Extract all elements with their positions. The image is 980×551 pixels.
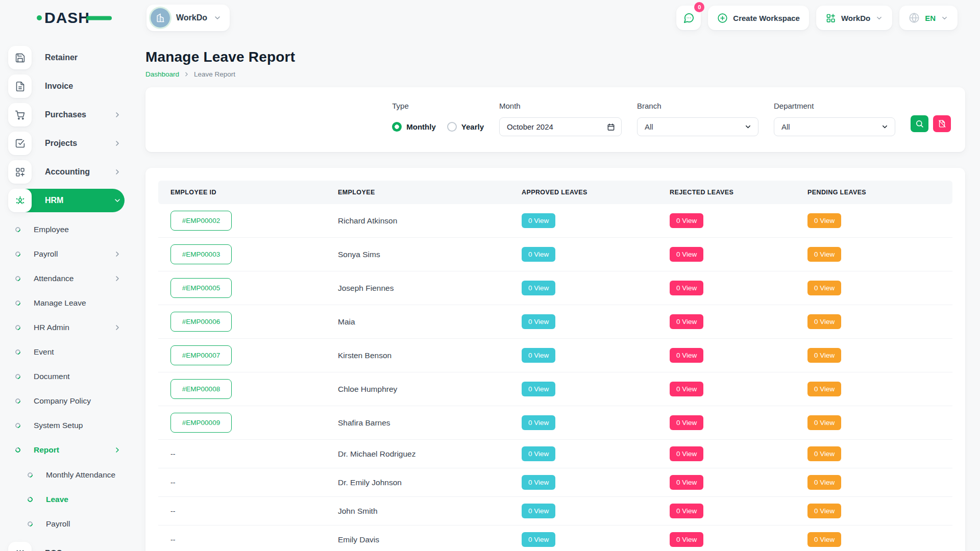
employee-name: Maia <box>338 317 355 326</box>
create-workspace-label: Create Workspace <box>733 14 800 22</box>
sidebar-item-label: Document <box>34 372 70 381</box>
sidebar-item-employee[interactable]: Employee <box>8 222 125 237</box>
pending-leaves-view-button[interactable]: 0 View <box>807 415 841 430</box>
approved-leaves-view-button[interactable]: 0 View <box>522 475 555 490</box>
workspace-selector[interactable]: WorkDo <box>146 5 230 31</box>
employee-id-badge[interactable]: #EMP00002 <box>170 211 232 231</box>
chevron-right-icon <box>113 323 121 332</box>
breadcrumb-dashboard-link[interactable]: Dashboard <box>145 70 179 78</box>
employee-id-badge[interactable]: #EMP00007 <box>170 345 232 365</box>
brand-logo[interactable]: DASH <box>36 7 122 29</box>
language-selector[interactable]: EN <box>899 6 958 30</box>
rejected-leaves-view-button[interactable]: 0 View <box>670 532 703 547</box>
workspace-name: WorkDo <box>176 13 207 22</box>
rejected-leaves-view-button[interactable]: 0 View <box>670 446 703 461</box>
bullet-icon <box>14 446 21 454</box>
sidebar-item-projects[interactable]: Projects <box>8 132 125 155</box>
approved-leaves-view-button[interactable]: 0 View <box>522 247 555 262</box>
sidebar-item-company-policy[interactable]: Company Policy <box>8 394 125 408</box>
reset-filter-button[interactable] <box>933 115 951 132</box>
rejected-leaves-view-button[interactable]: 0 View <box>670 247 703 262</box>
employee-id-badge[interactable]: #EMP00006 <box>170 312 232 332</box>
sidebar-item-retainer[interactable]: Retainer <box>8 46 125 69</box>
rejected-leaves-view-button[interactable]: 0 View <box>670 504 703 518</box>
rejected-leaves-view-button[interactable]: 0 View <box>670 475 703 490</box>
approved-leaves-view-button[interactable]: 0 View <box>522 382 555 396</box>
language-code: EN <box>925 14 936 22</box>
approved-leaves-view-button[interactable]: 0 View <box>522 314 555 329</box>
sidebar: RetainerInvoicePurchases Projects Accoun… <box>0 36 132 551</box>
rejected-leaves-view-button[interactable]: 0 View <box>670 382 703 396</box>
pending-leaves-view-button[interactable]: 0 View <box>807 348 841 363</box>
approved-leaves-view-button[interactable]: 0 View <box>522 415 555 430</box>
approved-leaves-view-button[interactable]: 0 View <box>522 532 555 547</box>
bullet-icon <box>14 275 21 282</box>
sidebar-item-invoice[interactable]: Invoice <box>8 74 125 98</box>
sidebar-item-label: Company Policy <box>34 396 91 406</box>
sidebar-item-document[interactable]: Document <box>8 369 125 384</box>
pending-leaves-view-button[interactable]: 0 View <box>807 281 841 295</box>
sidebar-item-hrm[interactable]: HRM <box>8 189 125 212</box>
department-select[interactable]: All <box>774 117 895 136</box>
table-row: #EMP00006Maia0 View0 View0 View <box>158 305 952 339</box>
invoice-icon-tile <box>8 74 32 98</box>
rejected-leaves-view-button[interactable]: 0 View <box>670 415 703 430</box>
sidebar-item-purchases[interactable]: Purchases <box>8 103 125 127</box>
sidebar-item-pos[interactable]: POS <box>8 542 125 551</box>
sidebar-item-system-setup[interactable]: System Setup <box>8 418 125 433</box>
apps-grid-icon <box>825 13 836 23</box>
messages-button[interactable]: 0 <box>676 6 701 30</box>
sidebar-item-hr-admin[interactable]: HR Admin <box>8 320 125 335</box>
cart-icon-tile <box>8 103 32 127</box>
apply-filter-button[interactable] <box>911 115 928 132</box>
radio-monthly[interactable]: Monthly <box>392 122 436 132</box>
pending-leaves-view-button[interactable]: 0 View <box>807 532 841 547</box>
pos-icon <box>15 548 26 551</box>
apps-menu-button[interactable]: WorkDo <box>816 6 892 30</box>
chevron-right-icon <box>113 111 121 119</box>
sidebar-item-payroll[interactable]: Payroll <box>8 517 125 531</box>
employee-id-empty: -- <box>170 507 175 515</box>
sidebar-item-payroll[interactable]: Payroll <box>8 247 125 261</box>
rejected-leaves-view-button[interactable]: 0 View <box>670 314 703 329</box>
approved-leaves-view-button[interactable]: 0 View <box>522 446 555 461</box>
rejected-leaves-view-button[interactable]: 0 View <box>670 281 703 295</box>
month-input[interactable]: October 2024 <box>499 117 622 136</box>
pending-leaves-view-button[interactable]: 0 View <box>807 213 841 228</box>
sidebar-item-event[interactable]: Event <box>8 345 125 359</box>
pending-leaves-view-button[interactable]: 0 View <box>807 247 841 262</box>
employee-id-badge[interactable]: #EMP00005 <box>170 278 232 298</box>
pending-leaves-view-button[interactable]: 0 View <box>807 446 841 461</box>
employee-id-badge[interactable]: #EMP00009 <box>170 413 232 433</box>
pending-leaves-view-button[interactable]: 0 View <box>807 475 841 490</box>
employee-id-badge[interactable]: #EMP00008 <box>170 379 232 399</box>
pending-leaves-view-button[interactable]: 0 View <box>807 504 841 518</box>
approved-leaves-view-button[interactable]: 0 View <box>522 281 555 295</box>
bullet-icon <box>27 471 34 479</box>
logo-text: DASH <box>44 9 90 26</box>
sidebar-item-report[interactable]: Report <box>8 443 125 457</box>
save-icon <box>15 53 26 63</box>
pending-leaves-view-button[interactable]: 0 View <box>807 382 841 396</box>
sidebar-item-attendance[interactable]: Attendance <box>8 271 125 286</box>
branch-select[interactable]: All <box>637 117 758 136</box>
rejected-leaves-view-button[interactable]: 0 View <box>670 213 703 228</box>
sidebar-item-leave[interactable]: Leave <box>8 493 125 506</box>
sidebar-item-manage-leave[interactable]: Manage Leave <box>8 296 125 310</box>
filter-actions <box>911 115 951 132</box>
chevron-down-icon <box>744 123 752 131</box>
sidebar-item-monthly-attendance[interactable]: Monthly Attendance <box>8 468 125 482</box>
employee-id-badge[interactable]: #EMP00003 <box>170 244 232 264</box>
radio-yearly[interactable]: Yearly <box>447 122 484 132</box>
approved-leaves-view-button[interactable]: 0 View <box>522 504 555 518</box>
topbar: DASH WorkDo 0 Create Workspace <box>0 0 980 36</box>
sidebar-item-accounting[interactable]: Accounting <box>8 160 125 184</box>
leave-report-table: EMPLOYEE IDEMPLOYEEAPPROVED LEAVESREJECT… <box>145 168 965 551</box>
pending-leaves-view-button[interactable]: 0 View <box>807 314 841 329</box>
approved-leaves-view-button[interactable]: 0 View <box>522 213 555 228</box>
invoice-icon <box>15 81 26 92</box>
create-workspace-button[interactable]: Create Workspace <box>708 6 809 30</box>
messages-count-badge: 0 <box>694 2 704 12</box>
rejected-leaves-view-button[interactable]: 0 View <box>670 348 703 363</box>
approved-leaves-view-button[interactable]: 0 View <box>522 348 555 363</box>
